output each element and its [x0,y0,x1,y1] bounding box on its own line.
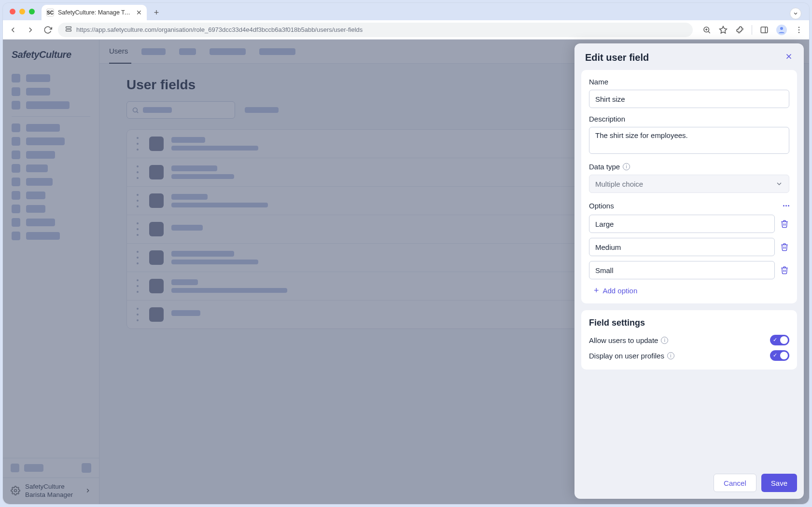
tab-close-icon[interactable]: ✕ [136,9,142,16]
svg-line-15 [137,111,138,113]
info-icon[interactable]: i [667,352,674,359]
window-dropdown-icon[interactable] [790,8,801,19]
drag-handle-icon[interactable] [137,222,141,236]
svg-point-13 [14,489,17,492]
allow-update-label: Allow users to update i [589,336,668,344]
svg-point-10 [798,27,799,27]
display-profiles-label: Display on user profiles i [589,352,674,360]
plus-icon: + [594,286,599,295]
gear-icon [11,486,20,497]
traffic-lights [10,9,35,14]
drag-handle-icon[interactable] [137,251,141,264]
nav-back-icon[interactable] [9,26,17,34]
info-icon[interactable]: i [661,337,668,344]
svg-marker-6 [720,26,727,33]
options-label: Options [589,202,614,210]
drag-handle-icon[interactable] [137,194,141,207]
profile-avatar-icon[interactable] [776,25,787,35]
svg-line-3 [708,31,710,33]
chevron-down-icon [775,180,783,188]
description-input[interactable] [589,127,789,154]
org-switcher[interactable]: SafetyCulture Barista Manager [3,478,99,504]
data-type-value: Multiple choice [595,180,643,188]
tab-placeholder[interactable] [141,48,166,55]
sidepanel-icon[interactable] [760,26,769,34]
nav-forward-icon[interactable] [26,26,35,34]
add-option-button[interactable]: + Add option [594,286,789,295]
data-type-select[interactable]: Multiple choice [589,175,789,193]
drag-handle-icon[interactable] [137,137,141,151]
tab-placeholder[interactable] [210,48,246,55]
delete-option-button[interactable] [780,219,789,228]
url-field[interactable]: https://app.safetyculture.com/organisati… [58,23,693,37]
extensions-icon[interactable] [735,26,744,34]
kebab-menu-icon[interactable] [795,26,803,34]
org-name: SafetyCulture [25,483,73,491]
name-input[interactable] [589,90,789,108]
browser-tab[interactable]: SC SafetyCulture: Manage Teams and... ✕ [42,5,147,20]
sidebar-footer: SafetyCulture Barista Manager [3,458,99,504]
search-input[interactable] [126,101,235,119]
sidebar: SafetyCulture [3,40,99,504]
tab-title: SafetyCulture: Manage Teams and... [58,9,130,16]
option-input[interactable] [589,215,775,233]
option-row [589,215,789,233]
toolbar-separator [752,25,752,35]
description-label: Description [589,115,789,123]
field-settings-title: Field settings [589,318,789,328]
svg-point-11 [798,29,799,30]
svg-point-14 [133,108,138,112]
save-button[interactable]: Save [761,474,797,492]
option-row [589,238,789,256]
sidebar-nav [3,66,99,458]
delete-option-button[interactable] [780,266,789,274]
form-card: Name Description Data type i Multiple ch… [581,70,797,303]
window-close-dot[interactable] [10,9,15,14]
org-role: Barista Manager [25,491,73,499]
data-type-label: Data type i [589,163,789,171]
browser-chrome: SC SafetyCulture: Manage Teams and... ✕ … [3,3,809,40]
name-label: Name [589,78,789,86]
tab-placeholder[interactable] [179,48,196,55]
panel-title: Edit user field [585,52,649,63]
url-text: https://app.safetyculture.com/organisati… [76,26,363,33]
window-min-dot[interactable] [19,9,25,14]
info-icon[interactable]: i [623,163,630,170]
tab-placeholder[interactable] [259,48,295,55]
nav-reload-icon[interactable] [43,26,52,34]
cancel-button[interactable]: Cancel [714,474,756,492]
site-settings-icon[interactable] [65,25,72,34]
display-profiles-toggle[interactable]: ✓ [770,350,789,361]
search-icon [132,107,139,114]
svg-rect-7 [761,27,768,33]
app-logo: SafetyCulture [3,40,99,66]
option-input[interactable] [589,261,775,279]
drag-handle-icon[interactable] [137,279,141,293]
tab-users[interactable]: Users [109,47,128,56]
drag-handle-icon[interactable] [137,308,141,321]
svg-point-12 [798,32,799,33]
options-menu-icon[interactable] [783,205,789,206]
svg-rect-1 [66,29,71,31]
edit-field-panel: Edit user field Name Description Data ty… [574,43,804,499]
drag-handle-icon[interactable] [137,165,141,179]
allow-update-toggle[interactable]: ✓ [770,335,789,345]
delete-option-button[interactable] [780,243,789,251]
option-row [589,261,789,279]
window-max-dot[interactable] [29,9,35,14]
bookmark-star-icon[interactable] [719,26,728,34]
option-input[interactable] [589,238,775,256]
chevron-right-icon [84,487,91,495]
zoom-icon[interactable] [702,26,711,34]
field-settings-card: Field settings Allow users to update i ✓… [581,310,797,370]
panel-close-button[interactable] [784,52,793,63]
favicon-icon: SC [46,9,54,16]
svg-point-9 [780,27,783,30]
new-tab-button[interactable]: + [150,6,163,19]
svg-rect-0 [66,27,71,28]
